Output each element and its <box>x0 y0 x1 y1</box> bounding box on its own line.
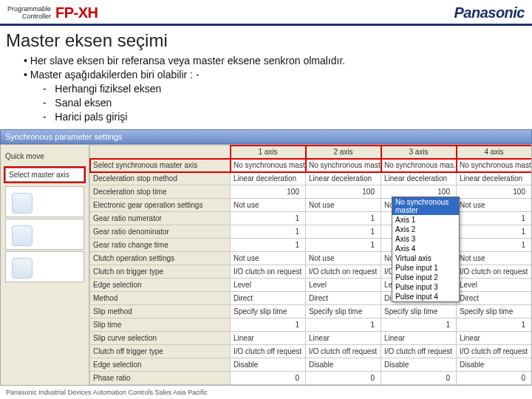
slide-footer: Panasonic Industrial Devices Automation … <box>6 389 208 396</box>
cell[interactable]: 0 <box>306 372 381 385</box>
cell[interactable]: Specify slip time <box>306 305 381 318</box>
cell[interactable]: 1 <box>306 225 381 239</box>
row-phase-ratio: Phase ratio0000 <box>90 372 532 385</box>
cell[interactable]: Disable <box>457 358 532 372</box>
cell[interactable]: 1 <box>457 318 532 332</box>
cell[interactable]: 1 <box>381 318 457 332</box>
param-label: Edge selection <box>90 279 231 292</box>
cell[interactable]: I/O clutch off request <box>306 345 381 358</box>
cell[interactable]: Level <box>231 279 306 292</box>
cell-master-ax3[interactable]: No synchronous mas... ▾ <box>381 159 457 172</box>
cell[interactable]: 1 <box>457 212 532 225</box>
cell[interactable]: Direct <box>306 292 381 305</box>
cell-master-ax4[interactable]: No synchronous master <box>457 159 532 172</box>
cell[interactable]: I/O clutch on request <box>306 265 381 279</box>
cell[interactable]: I/O clutch on request <box>231 265 306 279</box>
cell[interactable]: Disable <box>231 358 306 372</box>
cell[interactable]: Not use <box>306 252 381 265</box>
subbullet-3-text: Harici pals girişi <box>55 111 127 123</box>
cell[interactable]: Not use <box>457 199 532 212</box>
cell[interactable]: Not use <box>231 252 306 265</box>
row-gear-change-time: Gear ratio change time1111 <box>90 239 532 252</box>
param-label: Edge selection <box>90 358 231 372</box>
cell[interactable]: Specify slip time <box>381 305 457 318</box>
cell[interactable]: 1 <box>306 212 381 225</box>
cell[interactable]: Direct <box>457 292 532 305</box>
cell[interactable]: 100 <box>457 185 532 199</box>
cell[interactable]: I/O clutch off request <box>231 345 306 358</box>
dropdown-option-pulse1[interactable]: Pulse input 1 <box>392 263 459 273</box>
dropdown-option-axis3[interactable]: Axis 3 <box>392 234 459 244</box>
row-edge-sel-off: Edge selectionDisableDisableDisableDisab… <box>90 358 532 372</box>
param-label: Method <box>90 292 231 305</box>
row-egear-settings: Electronic gear operation settingsNot us… <box>90 199 532 212</box>
thumb-gear-icon[interactable] <box>5 186 84 217</box>
cell-master-ax1[interactable]: No synchronous master <box>231 159 306 172</box>
cell[interactable]: 0 <box>231 372 306 385</box>
dropdown-option-axis1[interactable]: Axis 1 <box>392 215 459 225</box>
cell[interactable]: Linear deceleration <box>457 172 532 185</box>
cell[interactable]: 1 <box>306 318 381 332</box>
row-clutch-on-trigger: Clutch on trigger typeI/O clutch on requ… <box>90 265 532 279</box>
cell[interactable]: Not use <box>457 252 532 265</box>
cell[interactable]: Not use <box>231 199 306 212</box>
cell[interactable]: Linear <box>306 332 381 345</box>
thumb-cam-icon[interactable] <box>5 251 84 282</box>
cell[interactable]: Linear deceleration <box>381 172 457 185</box>
cell[interactable]: Linear <box>381 332 457 345</box>
cell[interactable]: 100 <box>306 185 381 199</box>
thumb-clutch-icon[interactable] <box>5 219 84 250</box>
cell[interactable]: I/O clutch off request <box>381 345 457 358</box>
row-slip-time: Slip time1111 <box>90 318 532 332</box>
cell[interactable]: 0 <box>457 372 532 385</box>
bullet-list: • Her slave eksen bir referansa veya mas… <box>0 54 532 123</box>
col-header-axis3[interactable]: 3 axis <box>381 146 457 159</box>
cell[interactable]: Direct <box>231 292 306 305</box>
nav-thumbnails <box>5 186 84 282</box>
param-label: Clutch off trigger type <box>90 345 231 358</box>
cell[interactable]: 1 <box>231 225 306 239</box>
cell-master-ax2[interactable]: No synchronous master <box>306 159 381 172</box>
col-header-axis4[interactable]: 4 axis <box>457 146 532 159</box>
cell[interactable]: Level <box>306 279 381 292</box>
dropdown-option-pulse3[interactable]: Pulse input 3 <box>392 282 459 292</box>
col-header-axis2[interactable]: 2 axis <box>306 146 381 159</box>
col-header-axis1[interactable]: 1 axis <box>231 146 306 159</box>
cell[interactable]: Linear <box>457 332 532 345</box>
dropdown-option-none[interactable]: No synchronous master <box>392 197 459 215</box>
cell[interactable]: 0 <box>381 372 457 385</box>
nav-select-master-axis[interactable]: Select master axis <box>5 168 84 182</box>
cell[interactable]: 1 <box>457 239 532 252</box>
cell[interactable]: 1 <box>306 239 381 252</box>
cell[interactable]: 1 <box>457 225 532 239</box>
cell[interactable]: 100 <box>231 185 306 199</box>
cell[interactable]: Linear deceleration <box>306 172 381 185</box>
dropdown-option-pulse2[interactable]: Pulse input 2 <box>392 273 459 282</box>
col-header-param <box>90 146 231 159</box>
cell[interactable]: I/O clutch on request <box>457 265 532 279</box>
param-label: Slip method <box>90 305 231 318</box>
row-method: MethodDirectDirectDirectDirect <box>90 292 532 305</box>
cell[interactable]: Specify slip time <box>457 305 532 318</box>
cell[interactable]: 1 <box>231 318 306 332</box>
cell[interactable]: Disable <box>381 358 457 372</box>
param-label: Gear ratio numerator <box>90 212 231 225</box>
dropdown-option-pulse4[interactable]: Pulse input 4 <box>392 292 459 301</box>
dropdown-option-axis2[interactable]: Axis 2 <box>392 225 459 234</box>
cell[interactable]: Not use <box>306 199 381 212</box>
cell[interactable]: 1 <box>231 212 306 225</box>
row-clutch-settings: Clutch operation settingsNot useNot useN… <box>90 252 532 265</box>
cell[interactable]: I/O clutch off request <box>457 345 532 358</box>
param-label: Slip curve selection <box>90 332 231 345</box>
dropdown-option-virtual[interactable]: Virtual axis <box>392 253 459 263</box>
cell[interactable]: Linear <box>231 332 306 345</box>
cell[interactable]: Specify slip time <box>231 305 306 318</box>
dropdown-option-axis4[interactable]: Axis 4 <box>392 244 459 253</box>
cell[interactable]: 1 <box>231 239 306 252</box>
param-label: Gear ratio change time <box>90 239 231 252</box>
master-axis-dropdown[interactable]: No synchronous master Axis 1 Axis 2 Axis… <box>392 197 460 302</box>
cell[interactable]: Linear deceleration <box>231 172 306 185</box>
cell[interactable]: Disable <box>306 358 381 372</box>
programmable-controller-label: Programmable Controller <box>7 5 51 20</box>
cell[interactable]: Level <box>457 279 532 292</box>
